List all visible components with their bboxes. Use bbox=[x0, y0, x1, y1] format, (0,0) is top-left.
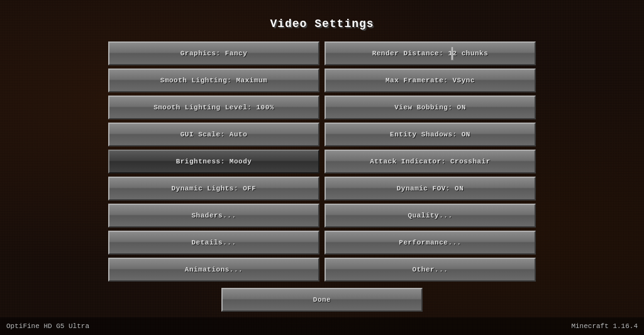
dynamic-fov-button[interactable]: Dynamic FOV: ON bbox=[325, 177, 536, 200]
bottom-bar: OptiFine HD G5 Ultra Minecraft 1.16.4 bbox=[0, 317, 644, 335]
smooth-lighting-button[interactable]: Smooth Lighting: Maximum bbox=[108, 69, 319, 92]
entity-shadows-button[interactable]: Entity Shadows: ON bbox=[325, 123, 536, 146]
details-button[interactable]: Details... bbox=[108, 231, 319, 255]
render-distance-button[interactable]: Render Distance: 12 chunks bbox=[325, 41, 536, 65]
shaders-button[interactable]: Shaders... bbox=[108, 204, 319, 228]
graphics-button[interactable]: Graphics: Fancy bbox=[108, 41, 319, 65]
render-distance-slider-indicator bbox=[451, 47, 453, 60]
dynamic-lights-button[interactable]: Dynamic Lights: OFF bbox=[108, 177, 319, 200]
animations-button[interactable]: Animations... bbox=[108, 258, 319, 282]
page-title: Video Settings bbox=[270, 18, 374, 30]
settings-container: Graphics: FancySmooth Lighting: MaximumS… bbox=[108, 41, 536, 282]
right-column: Render Distance: 12 chunksMax Framerate:… bbox=[325, 41, 536, 282]
view-bobbing-button[interactable]: View Bobbing: ON bbox=[325, 96, 536, 119]
performance-button[interactable]: Performance... bbox=[325, 231, 536, 255]
minecraft-version-label: Minecraft 1.16.4 bbox=[571, 322, 638, 330]
optifine-label: OptiFine HD G5 Ultra bbox=[6, 322, 89, 330]
smooth-lighting-level-button[interactable]: Smooth Lighting Level: 100% bbox=[108, 96, 319, 119]
gui-scale-button[interactable]: GUI Scale: Auto bbox=[108, 123, 319, 146]
other-button[interactable]: Other... bbox=[325, 258, 536, 282]
left-column: Graphics: FancySmooth Lighting: MaximumS… bbox=[108, 41, 319, 282]
quality-button[interactable]: Quality... bbox=[325, 204, 536, 228]
max-framerate-button[interactable]: Max Framerate: VSync bbox=[325, 69, 536, 92]
done-container: Done bbox=[221, 288, 423, 312]
attack-indicator-button[interactable]: Attack Indicator: Crosshair bbox=[325, 150, 536, 173]
done-button[interactable]: Done bbox=[221, 288, 423, 312]
brightness-button[interactable]: Brightness: Moody bbox=[108, 150, 319, 173]
